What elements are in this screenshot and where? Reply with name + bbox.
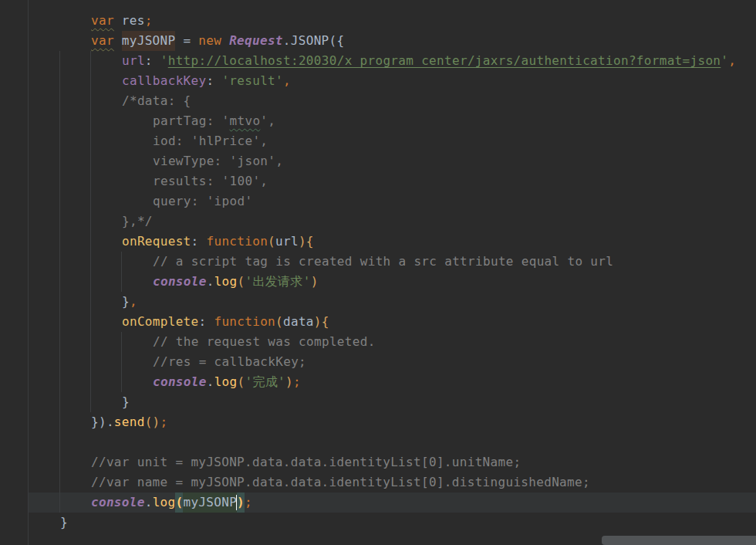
code-line: console.log(myJSONP);	[91, 493, 252, 513]
code-token: new	[198, 31, 221, 51]
code-token: //var name = myJSONP.data.data.identityL…	[91, 472, 590, 493]
code-line: console.log('完成');	[153, 372, 301, 392]
code-token: //var unit = myJSONP.data.data.identityL…	[91, 452, 521, 472]
code-token: }	[122, 392, 130, 412]
code-token: ;	[245, 493, 252, 513]
code-token: '出发请求'	[245, 272, 310, 292]
code-line: var res;	[91, 11, 153, 31]
code-line: onComplete: function(data){	[122, 312, 329, 332]
code-token: query: 'ipod'	[153, 191, 252, 212]
code-token: '	[160, 51, 168, 71]
code-token: console	[153, 372, 207, 392]
code-token: var	[91, 31, 114, 51]
code-line: },	[122, 292, 137, 312]
code-token: results: '100',	[153, 171, 268, 191]
code-area[interactable]: var res;var myJSONP = new Request.JSONP(…	[0, 0, 756, 545]
code-token: )	[285, 372, 293, 392]
code-line: /*data: {	[122, 91, 191, 111]
code-token: function	[206, 232, 268, 252]
code-line: partTag: 'mtvo',	[153, 111, 275, 131]
code-token: data	[283, 312, 314, 332]
code-line: // the request was completed.	[153, 332, 376, 352]
code-token: /*data: {	[122, 91, 191, 111]
code-line: viewType: 'json',	[153, 151, 283, 171]
code-token: ()	[145, 412, 160, 432]
code-token: partTag: '	[153, 111, 230, 131]
code-token: .JSONP({	[283, 31, 345, 51]
code-token: send	[114, 412, 145, 432]
code-token: :	[199, 312, 214, 332]
code-token: viewType: 'json',	[153, 151, 283, 171]
code-token: ;	[160, 412, 168, 432]
code-token: ,	[728, 51, 736, 71]
code-token: }	[122, 292, 130, 312]
code-token: Request	[229, 31, 283, 51]
code-line: }	[60, 513, 68, 533]
horizontal-scrollbar-thumb[interactable]	[602, 536, 756, 545]
code-token: url	[122, 51, 145, 71]
code-token: ;	[145, 11, 153, 31]
code-token: url	[275, 232, 299, 252]
code-line: iod: 'hlPrice',	[153, 131, 268, 151]
code-token: :	[145, 51, 160, 71]
code-token: onComplete	[122, 312, 199, 332]
code-token: ,	[283, 71, 291, 91]
code-token: ',	[260, 111, 275, 131]
code-token: // the request was completed.	[153, 332, 376, 352]
code-token	[221, 31, 229, 51]
code-token: iod: 'hlPrice',	[153, 131, 268, 151]
code-token: (	[237, 272, 245, 292]
code-token: }).	[91, 412, 114, 432]
code-token: :	[206, 71, 221, 91]
code-token: )	[311, 272, 319, 292]
code-line: url: 'http://localhost:20030/x_program_c…	[122, 51, 736, 71]
code-token: .	[145, 493, 153, 513]
code-line: //var unit = myJSONP.data.data.identityL…	[91, 452, 521, 472]
code-token: :	[191, 232, 207, 252]
code-token: callbackKey	[122, 71, 206, 91]
code-line: // a script tag is created with a src at…	[153, 252, 613, 272]
code-line: onRequest: function(url){	[122, 232, 314, 252]
code-token: res	[114, 11, 145, 31]
code-token: console	[153, 272, 207, 292]
code-token: //res = callbackKey;	[153, 352, 306, 372]
code-line: results: '100',	[153, 171, 268, 191]
code-token: 'result'	[221, 71, 283, 91]
code-token: console	[91, 493, 145, 513]
code-line: }).send();	[91, 412, 168, 432]
code-token: log	[214, 272, 238, 292]
code-token: mtvo	[230, 111, 261, 131]
code-token: },*/	[122, 212, 153, 232]
code-token: log	[153, 493, 176, 513]
code-token: var	[91, 11, 114, 31]
code-editor-surface[interactable]: var res;var myJSONP = new Request.JSONP(…	[0, 0, 756, 545]
code-token: (	[268, 232, 275, 252]
code-line: callbackKey: 'result',	[122, 71, 291, 91]
code-token: (	[275, 312, 283, 332]
code-token: ,	[130, 292, 137, 312]
code-token: '	[721, 51, 728, 71]
code-token: ;	[293, 372, 301, 392]
code-token	[114, 31, 122, 51]
code-line: var myJSONP = new Request.JSONP({	[91, 31, 344, 51]
code-token: http://localhost:20030/x_program_center/…	[168, 51, 721, 71]
code-token: }	[60, 513, 68, 533]
code-token: )	[237, 493, 245, 513]
code-line: console.log('出发请求')	[153, 272, 319, 292]
code-token: .	[207, 272, 214, 292]
code-line: query: 'ipod'	[153, 191, 252, 212]
code-token: ){	[299, 232, 314, 252]
code-line: //res = callbackKey;	[153, 352, 306, 372]
code-token: (	[237, 372, 245, 392]
code-token: (	[175, 493, 183, 513]
code-token: =	[175, 31, 198, 51]
code-line: },*/	[122, 212, 153, 232]
code-token: .	[207, 372, 214, 392]
code-token: ){	[314, 312, 329, 332]
code-token: onRequest	[122, 232, 191, 252]
code-line: }	[122, 392, 130, 412]
code-token: myJSONP	[183, 493, 237, 513]
code-token: '完成'	[245, 372, 285, 392]
code-token: myJSONP	[122, 31, 176, 51]
code-token: function	[214, 312, 275, 332]
